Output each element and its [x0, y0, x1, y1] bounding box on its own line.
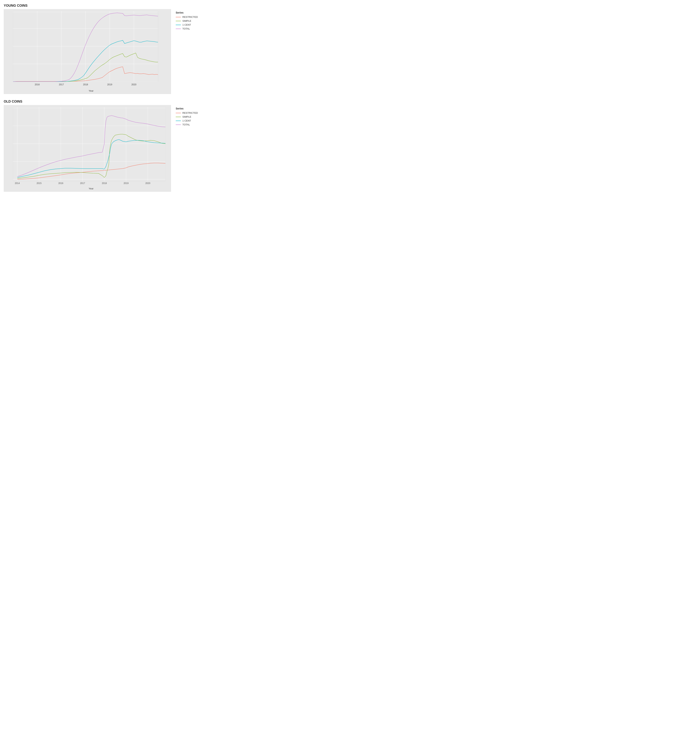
young-coins-x-label: Year [13, 90, 169, 92]
old-coins-chart-area: OLD COINS [4, 100, 171, 192]
old-legend-label-total: TOTAL [182, 123, 190, 126]
svg-text:2017: 2017 [59, 83, 64, 86]
old-coins-legend-title: Series [176, 107, 198, 110]
svg-text:2015: 2015 [37, 182, 42, 185]
svg-text:2014: 2014 [15, 182, 20, 185]
svg-text:2018: 2018 [83, 83, 88, 86]
young-coins-legend: Series RESTRICTED SIMPLE 1 CENT TOTAL [173, 9, 201, 33]
old-legend-line-1cent [176, 120, 181, 121]
old-legend-label-restricted: RESTRICTED [182, 112, 198, 114]
old-coins-section: OLD COINS [4, 100, 201, 192]
old-coins-x-label: Year [13, 187, 169, 190]
legend-label-restricted: RESTRICTED [182, 16, 198, 18]
svg-text:2017: 2017 [80, 182, 85, 185]
svg-text:2016: 2016 [35, 83, 40, 86]
old-legend-item-simple: SIMPLE [176, 115, 198, 118]
legend-label-simple: SIMPLE [182, 19, 191, 22]
old-legend-line-total [176, 125, 181, 125]
old-legend-label-simple: SIMPLE [182, 115, 191, 118]
svg-text:2019: 2019 [124, 182, 129, 185]
legend-item-simple: SIMPLE [176, 19, 198, 22]
old-legend-item-restricted: RESTRICTED [176, 112, 198, 114]
old-legend-item-total: TOTAL [176, 123, 198, 126]
old-legend-line-simple [176, 117, 181, 117]
legend-item-total: TOTAL [176, 27, 198, 30]
svg-text:2018: 2018 [102, 182, 107, 185]
legend-line-restricted [176, 17, 181, 17]
svg-text:2016: 2016 [58, 182, 63, 185]
old-coins-svg: 0 200 400 600 800 2014 2015 2016 2017 [13, 107, 165, 187]
young-coins-section: YOUNG COINS [4, 4, 201, 94]
old-legend-label-1cent: 1 CENT [182, 119, 191, 122]
svg-rect-0 [13, 11, 165, 85]
legend-item-1cent: 1 CENT [176, 24, 198, 26]
svg-text:2019: 2019 [107, 83, 112, 86]
old-coins-legend: Series RESTRICTED SIMPLE 1 CENT TOTAL [173, 105, 201, 129]
young-coins-title: YOUNG COINS [4, 4, 171, 7]
legend-label-1cent: 1 CENT [182, 24, 191, 26]
young-coins-wrapper: 0 250 500 750 1000 2016 2017 2018 2019 [4, 9, 171, 94]
legend-line-1cent [176, 25, 181, 25]
svg-text:2020: 2020 [131, 83, 137, 86]
legend-line-total [176, 29, 181, 29]
old-coins-wrapper: 0 200 400 600 800 2014 2015 2016 2017 [4, 105, 171, 192]
young-coins-svg: 0 250 500 750 1000 2016 2017 2018 2019 [13, 11, 165, 89]
legend-line-simple [176, 21, 181, 21]
svg-rect-27 [13, 107, 165, 181]
old-legend-item-1cent: 1 CENT [176, 119, 198, 122]
page-container: YOUNG COINS [4, 4, 201, 192]
legend-item-restricted: RESTRICTED [176, 16, 198, 18]
svg-text:2020: 2020 [146, 182, 150, 185]
old-coins-title: OLD COINS [4, 100, 171, 104]
young-coins-legend-title: Series [176, 11, 198, 14]
old-legend-line-restricted [176, 113, 181, 113]
legend-label-total: TOTAL [182, 27, 190, 30]
young-coins-chart-area: YOUNG COINS [4, 4, 171, 94]
